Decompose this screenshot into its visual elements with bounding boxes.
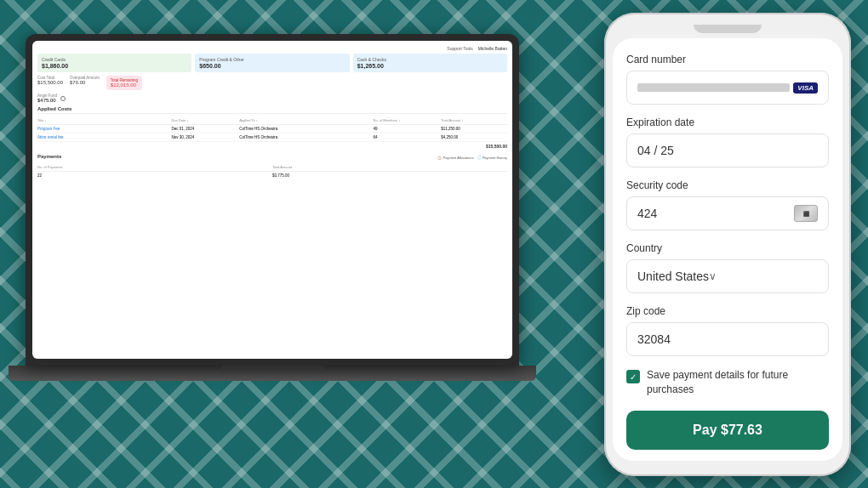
payments-row: 22 $3,775.00 bbox=[37, 172, 507, 179]
security-code-value: 424 bbox=[637, 207, 657, 220]
payments-header: Payments 📋 Payment Allocations 📄 Payment… bbox=[37, 154, 507, 161]
row1-due: Dec 01, 2024 bbox=[171, 127, 237, 131]
laptop-base bbox=[9, 366, 536, 381]
expiration-date-input[interactable]: 04 / 25 bbox=[626, 133, 829, 167]
row1-title[interactable]: Program Fee bbox=[37, 127, 169, 131]
angel-fund-value: $475.00 bbox=[37, 98, 57, 103]
security-code-input[interactable]: 424 ⬛ bbox=[626, 196, 829, 230]
expiration-date-label: Expiration date bbox=[626, 116, 829, 128]
angel-fund: Angel Fund $475.00 bbox=[37, 94, 507, 103]
total-remaining-value: $12,015.00 bbox=[111, 82, 138, 88]
save-payment-checkbox[interactable]: ✓ bbox=[626, 370, 640, 383]
zip-code-label: Zip code bbox=[626, 305, 829, 317]
col-title: Title ↕ bbox=[37, 118, 169, 122]
payments-actions: 📋 Payment Allocations 📄 Payment History bbox=[437, 156, 507, 160]
payment-history-btn[interactable]: 📄 Payment History bbox=[477, 156, 507, 160]
expiration-date-field: Expiration date 04 / 25 bbox=[626, 116, 829, 167]
save-payment-row: ✓ Save payment details for future purcha… bbox=[626, 368, 829, 397]
table-row: Program Fee Dec 01, 2024 ColTime HS Orch… bbox=[37, 125, 507, 133]
support-tools-link[interactable]: Support Tools bbox=[447, 46, 472, 51]
cash-checks-label: Cash & Checks bbox=[357, 57, 503, 62]
col-due-date: Due Date ↕ bbox=[171, 118, 237, 122]
applied-costs-header: Title ↕ Due Date ↕ Applied To ↕ No. of M… bbox=[37, 116, 507, 125]
payments-table-header: No. of Payments Total Amount bbox=[37, 163, 507, 172]
security-code-label: Security code bbox=[626, 179, 829, 191]
user-name: Michelle Batten bbox=[478, 46, 507, 51]
gear-icon[interactable] bbox=[60, 96, 66, 101]
cash-checks-card: Cash & Checks $1,265.00 bbox=[353, 54, 507, 72]
payments-count: 22 bbox=[37, 173, 272, 178]
payments-amount: $3,775.00 bbox=[272, 173, 507, 178]
cost-total-value: $15,500.00 bbox=[37, 80, 63, 85]
row2-title[interactable]: Attire rental fee bbox=[37, 135, 169, 139]
country-value: United States bbox=[637, 270, 709, 283]
laptop-screen: Support Tools Michelle Batten Credit Car… bbox=[32, 41, 512, 359]
row1-applied: ColTime HS Orchestra bbox=[239, 127, 371, 131]
card-number-input[interactable]: VISA bbox=[626, 71, 829, 105]
total-remaining-item: Total Remaining $12,015.00 bbox=[106, 76, 142, 90]
card-number-bar bbox=[637, 83, 790, 92]
country-field: Country United States ∨ bbox=[626, 242, 829, 293]
pay-button[interactable]: Pay $77.63 bbox=[626, 411, 829, 450]
payments-title: Payments bbox=[37, 154, 61, 161]
visa-badge: VISA bbox=[793, 82, 818, 94]
row1-amount: $11,250.00 bbox=[441, 127, 507, 131]
country-label: Country bbox=[626, 242, 829, 254]
col-members: No. of Members ↕ bbox=[374, 118, 440, 122]
laptop-body: Support Tools Michelle Batten Credit Car… bbox=[26, 34, 519, 366]
summary-cards: Credit Cards $1,860.00 Program Credit & … bbox=[37, 54, 507, 72]
row2-amount: $4,250.00 bbox=[441, 135, 507, 139]
payments-col-amount: Total Amount bbox=[272, 165, 507, 169]
applied-costs-title: Applied Costs bbox=[37, 106, 507, 114]
payment-allocations-btn[interactable]: 📋 Payment Allocations bbox=[437, 156, 473, 160]
zip-code-input[interactable]: 32084 bbox=[626, 322, 829, 356]
payments-col-count: No. of Payments bbox=[37, 165, 272, 169]
row2-members: 64 bbox=[374, 135, 440, 139]
screen-header: Support Tools Michelle Batten bbox=[37, 44, 507, 54]
phone-body: Card number VISA Expiration date 04 / 25… bbox=[604, 13, 851, 476]
program-credit-value: $650.00 bbox=[199, 63, 345, 69]
security-code-field: Security code 424 ⬛ bbox=[626, 179, 829, 230]
laptop-mockup: Support Tools Michelle Batten Credit Car… bbox=[26, 34, 553, 442]
country-select[interactable]: United States ∨ bbox=[626, 259, 829, 293]
overpaid-item: Overpaid Amount $70.00 bbox=[70, 76, 100, 90]
col-amount: Total Amount ↕ bbox=[441, 118, 507, 122]
overpaid-value: $70.00 bbox=[70, 80, 100, 85]
credit-cards-card: Credit Cards $1,860.00 bbox=[37, 54, 191, 72]
credit-cards-label: Credit Cards bbox=[42, 57, 187, 62]
zip-code-field: Zip code 32084 bbox=[626, 305, 829, 356]
save-payment-label: Save payment details for future purchase… bbox=[647, 368, 829, 397]
applied-costs-total: $15,500.00 bbox=[37, 142, 507, 150]
phone-screen: Card number VISA Expiration date 04 / 25… bbox=[613, 38, 842, 461]
card-number-field: Card number VISA bbox=[626, 54, 829, 105]
card-chip-icon: ⬛ bbox=[794, 205, 818, 222]
col-applied-to: Applied To ↕ bbox=[239, 118, 371, 122]
payments-section: Payments 📋 Payment Allocations 📄 Payment… bbox=[37, 154, 507, 179]
pay-button-label: Pay $77.63 bbox=[693, 423, 762, 438]
phone-mockup: Card number VISA Expiration date 04 / 25… bbox=[604, 13, 851, 476]
row2-due: Nov 30, 2024 bbox=[171, 135, 237, 139]
cost-total-item: Cost Total $15,500.00 bbox=[37, 76, 63, 90]
table-row: Attire rental fee Nov 30, 2024 ColTime H… bbox=[37, 133, 507, 142]
info-row: Cost Total $15,500.00 Overpaid Amount $7… bbox=[37, 76, 507, 90]
cash-checks-value: $1,265.00 bbox=[357, 63, 503, 69]
program-credit-card: Program Credit & Other $650.00 bbox=[195, 54, 349, 72]
row1-members: 49 bbox=[374, 127, 440, 131]
zip-code-value: 32084 bbox=[637, 332, 671, 346]
card-number-label: Card number bbox=[626, 54, 829, 65]
program-credit-label: Program Credit & Other bbox=[199, 57, 345, 62]
credit-cards-value: $1,860.00 bbox=[42, 63, 187, 69]
row2-applied: ColTime HS Orchestra bbox=[239, 135, 371, 139]
chevron-down-icon: ∨ bbox=[709, 270, 717, 282]
expiration-date-value: 04 / 25 bbox=[637, 144, 674, 157]
phone-notch bbox=[694, 25, 762, 33]
